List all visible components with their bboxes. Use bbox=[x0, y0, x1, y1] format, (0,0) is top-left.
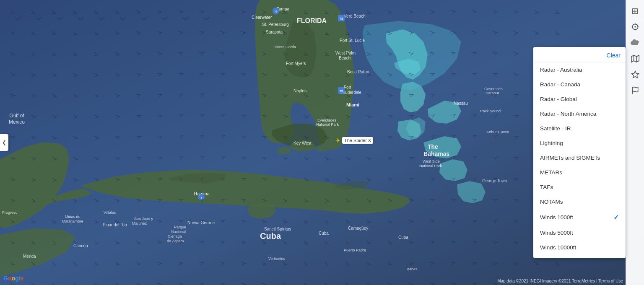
svg-text:Puerto Padre: Puerto Padre bbox=[344, 248, 366, 252]
svg-text:Matahambre: Matahambre bbox=[62, 219, 83, 223]
toolbar: ⊞ bbox=[626, 0, 644, 285]
menu-item[interactable]: Winds 1000ft✓ bbox=[533, 209, 626, 225]
menu-item[interactable]: Lightning bbox=[533, 136, 626, 150]
svg-text:Nassau: Nassau bbox=[454, 101, 468, 106]
menu-item-label: Radar - Australia bbox=[540, 67, 582, 73]
menu-item[interactable]: Radar - Global bbox=[533, 92, 626, 106]
menu-item[interactable]: NOTAMs bbox=[533, 194, 626, 209]
svg-text:Sarasota: Sarasota bbox=[266, 30, 283, 34]
svg-text:Mérida: Mérida bbox=[23, 254, 36, 259]
menu-item-label: Winds 10000ft bbox=[540, 244, 576, 251]
menu-item[interactable]: Radar - Australia bbox=[533, 62, 626, 77]
map-icon bbox=[631, 54, 639, 63]
layers-icon: ⊞ bbox=[631, 6, 639, 16]
menu-item-label: Lightning bbox=[540, 140, 563, 146]
svg-text:Sancti Spíritus: Sancti Spíritus bbox=[264, 227, 291, 231]
svg-text:National Park: National Park bbox=[419, 164, 442, 168]
svg-text:Arthur's Town: Arthur's Town bbox=[486, 130, 509, 134]
svg-text:Cancún: Cancún bbox=[73, 244, 88, 248]
layers-button[interactable]: ⊞ bbox=[628, 3, 643, 18]
svg-text:Boca Raton: Boca Raton bbox=[347, 70, 369, 74]
menu-item[interactable]: Winds 10000ft bbox=[533, 240, 626, 255]
menu-item-label: Satellite - IR bbox=[540, 125, 571, 132]
menu-item-label: TAFs bbox=[540, 184, 553, 190]
google-logo: Google bbox=[3, 275, 23, 282]
svg-text:Everglades: Everglades bbox=[317, 118, 337, 122]
svg-text:Key West: Key West bbox=[293, 141, 312, 145]
location-button[interactable] bbox=[628, 19, 643, 34]
favorites-button[interactable] bbox=[628, 67, 643, 82]
svg-text:75: 75 bbox=[340, 17, 343, 21]
svg-text:Camagüey: Camagüey bbox=[348, 226, 368, 231]
svg-text:Vertientes: Vertientes bbox=[268, 256, 286, 261]
menu-item-label: AIRMETs and SIGMETs bbox=[540, 155, 600, 161]
svg-text:Clearwater: Clearwater bbox=[252, 15, 272, 20]
svg-text:Rock Sound: Rock Sound bbox=[480, 109, 501, 113]
svg-text:Ciénaga: Ciénaga bbox=[168, 234, 182, 238]
svg-text:Minas de: Minas de bbox=[65, 215, 80, 219]
svg-text:Beach: Beach bbox=[339, 56, 351, 60]
svg-text:4: 4 bbox=[275, 10, 277, 13]
svg-text:Nacional: Nacional bbox=[171, 230, 186, 234]
dropdown-menu: Clear Radar - AustraliaRadar - CanadaRad… bbox=[533, 47, 626, 258]
menu-item-label: Radar - Canada bbox=[540, 81, 580, 88]
marker-label: The Spider X bbox=[342, 137, 373, 144]
chevron-left-icon: ❮ bbox=[2, 140, 6, 145]
svg-text:Martínez: Martínez bbox=[132, 221, 147, 225]
svg-text:Viñales: Viñales bbox=[104, 210, 116, 215]
svg-text:Miami: Miami bbox=[346, 102, 359, 107]
svg-text:⬥: ⬥ bbox=[200, 196, 202, 199]
cloud-icon bbox=[631, 39, 640, 47]
star-icon bbox=[631, 70, 639, 79]
svg-text:Port St. Lucie: Port St. Lucie bbox=[340, 38, 365, 43]
svg-text:Naples: Naples bbox=[293, 88, 306, 93]
menu-item[interactable]: METARs bbox=[533, 165, 626, 180]
svg-text:Parque: Parque bbox=[174, 225, 186, 229]
svg-point-85 bbox=[634, 26, 636, 27]
svg-text:Progreso: Progreso bbox=[2, 210, 18, 215]
svg-text:George Town: George Town bbox=[482, 179, 507, 183]
menu-item[interactable]: Winds 5000ft bbox=[533, 225, 626, 240]
menu-header: Clear bbox=[533, 50, 626, 62]
menu-item-label: METARs bbox=[540, 169, 562, 176]
menu-item-label: Winds 5000ft bbox=[540, 230, 573, 236]
svg-text:Harbour: Harbour bbox=[486, 91, 499, 95]
menu-items-container: Radar - AustraliaRadar - CanadaRadar - G… bbox=[533, 62, 626, 255]
menu-item-checkmark: ✓ bbox=[613, 213, 619, 221]
spider-marker[interactable]: ✈ The Spider X bbox=[335, 137, 373, 144]
svg-text:West Palm: West Palm bbox=[335, 51, 356, 55]
nav-left-button[interactable]: ❮ bbox=[0, 134, 8, 151]
clear-button[interactable]: Clear bbox=[607, 52, 621, 59]
menu-item-label: Winds 1000ft bbox=[540, 214, 573, 220]
aircraft-icon: ✈ bbox=[335, 137, 340, 144]
svg-text:Fort: Fort bbox=[344, 85, 351, 90]
menu-item[interactable]: Radar - North America bbox=[533, 106, 626, 121]
menu-item[interactable]: TAFs bbox=[533, 180, 626, 194]
cloud-button[interactable] bbox=[628, 35, 643, 50]
svg-text:West Side: West Side bbox=[423, 159, 440, 163]
svg-text:Punta Gorda: Punta Gorda bbox=[275, 45, 296, 49]
svg-text:Nueva Gerona: Nueva Gerona bbox=[187, 220, 215, 225]
svg-text:Cuba: Cuba bbox=[260, 231, 281, 241]
map-style-button[interactable] bbox=[628, 51, 643, 66]
svg-text:Mexico: Mexico bbox=[9, 119, 25, 125]
svg-text:Banes: Banes bbox=[407, 267, 418, 271]
svg-text:Fort Myers: Fort Myers bbox=[286, 61, 306, 66]
flag-icon bbox=[631, 86, 639, 95]
menu-item[interactable]: AIRMETs and SIGMETs bbox=[533, 150, 626, 165]
menu-item-label: NOTAMs bbox=[540, 199, 563, 205]
svg-text:Pinar del Río: Pinar del Río bbox=[103, 223, 127, 227]
svg-text:San Juan y: San Juan y bbox=[134, 217, 153, 221]
map-container: FLORIDA Gulf of Mexico Cuba The Bahamas … bbox=[0, 0, 644, 285]
svg-text:St. Petersburg: St. Petersburg bbox=[262, 22, 289, 27]
location-icon bbox=[631, 23, 639, 31]
svg-text:Cuba: Cuba bbox=[398, 235, 408, 240]
svg-text:FLORIDA: FLORIDA bbox=[297, 17, 327, 24]
flag-button[interactable] bbox=[628, 83, 643, 98]
svg-text:Bahamas: Bahamas bbox=[423, 150, 449, 157]
menu-item[interactable]: Satellite - IR bbox=[533, 121, 626, 136]
menu-item[interactable]: Radar - Canada bbox=[533, 77, 626, 92]
svg-text:Governor's: Governor's bbox=[484, 87, 503, 91]
svg-text:Cuba: Cuba bbox=[319, 231, 329, 236]
svg-text:National Park: National Park bbox=[316, 122, 339, 127]
